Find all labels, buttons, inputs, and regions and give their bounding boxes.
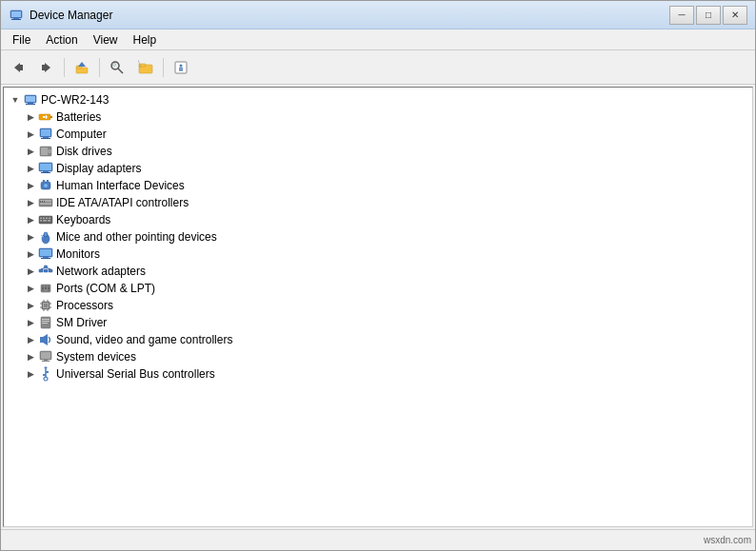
svg-rect-7 (42, 65, 45, 70)
tree-row-computer[interactable]: ▶ Computer (4, 126, 752, 143)
expander-display[interactable]: ▶ (23, 161, 38, 176)
svg-rect-73 (45, 266, 48, 267)
svg-marker-10 (78, 62, 86, 67)
sm-label: SM Driver (56, 316, 107, 329)
expander-computer[interactable]: ▶ (23, 127, 38, 142)
tree-row-mice[interactable]: ▶ Mice and other pointing devices (4, 228, 752, 246)
expander-monitors[interactable]: ▶ (23, 246, 38, 262)
menu-help[interactable]: Help (126, 30, 165, 49)
processors-label: Processors (56, 299, 113, 312)
forward-button[interactable] (33, 55, 60, 80)
network-icon (38, 264, 53, 279)
minimize-button[interactable]: ─ (669, 6, 694, 25)
tree-row-hid[interactable]: ▶ Human Interface Devices (4, 177, 752, 194)
svg-rect-57 (40, 220, 42, 222)
tree-row-keyboards[interactable]: ▶ (4, 211, 752, 228)
close-button[interactable]: ✕ (723, 6, 747, 25)
menu-file[interactable]: File (5, 30, 38, 49)
sound-icon (38, 332, 53, 347)
tree-row-sm[interactable]: ▶ SM Driver (4, 314, 752, 331)
title-bar-buttons: ─ □ ✕ (669, 6, 747, 25)
sm-icon (38, 315, 53, 330)
svg-point-18 (180, 64, 183, 67)
expander-ide[interactable]: ▶ (23, 195, 38, 210)
expander-usb[interactable]: ▶ (23, 366, 38, 382)
maximize-button[interactable]: □ (696, 6, 721, 25)
display-icon (38, 161, 53, 176)
back-button[interactable] (5, 55, 31, 80)
svg-point-82 (48, 289, 49, 290)
menu-action[interactable]: Action (38, 30, 85, 49)
expander-processors[interactable]: ▶ (23, 298, 38, 313)
tree-row-network[interactable]: ▶ Network adapters (4, 263, 752, 280)
svg-marker-107 (44, 366, 48, 368)
svg-rect-31 (41, 129, 50, 136)
tree-view: ▼ PC-WR2-143 (4, 88, 752, 526)
tree-row-usb[interactable]: ▶ Universal Serial Bus controllers (4, 365, 752, 383)
menu-bar: File Action View Help (1, 30, 755, 50)
title-text: Device Manager (30, 9, 112, 22)
tree-row-ide[interactable]: ▶ IDE ATA/ATAPI controllers (4, 194, 752, 211)
device-manager-window: Device Manager ─ □ ✕ File Action View He… (0, 0, 756, 551)
root-label: PC-WR2-143 (41, 93, 109, 107)
keyboards-icon (38, 212, 53, 227)
expander-sm[interactable]: ▶ (23, 315, 38, 330)
tree-row-batteries[interactable]: ▶ Batteries (4, 108, 752, 126)
expander-ports[interactable]: ▶ (23, 281, 38, 296)
network-label: Network adapters (56, 265, 146, 278)
svg-point-79 (45, 285, 46, 286)
computer-label: Computer (56, 128, 107, 141)
svg-rect-106 (46, 371, 49, 373)
svg-rect-2 (11, 19, 21, 20)
svg-rect-24 (26, 96, 35, 102)
tree-row-root[interactable]: ▼ PC-WR2-143 (4, 91, 752, 108)
expander-network[interactable]: ▶ (23, 264, 38, 279)
svg-rect-85 (44, 304, 48, 307)
svg-rect-96 (42, 321, 50, 322)
svg-rect-54 (43, 218, 45, 220)
up-button[interactable] (69, 55, 95, 80)
svg-rect-29 (45, 117, 48, 118)
svg-rect-68 (39, 269, 43, 272)
menu-view[interactable]: View (86, 30, 126, 49)
tree-row-ports[interactable]: ▶ (4, 280, 752, 297)
svg-rect-69 (44, 269, 48, 272)
display-label: Display adapters (56, 162, 141, 175)
svg-rect-103 (44, 360, 48, 362)
tree-node-root: ▼ PC-WR2-143 (4, 91, 752, 383)
tree-children: ▶ Batteries (4, 108, 752, 383)
tree-row-disk[interactable]: ▶ Disk drives (4, 143, 752, 160)
tree-row-processors[interactable]: ▶ (4, 297, 752, 314)
ports-label: Ports (COM & LPT) (56, 282, 155, 295)
processors-icon (38, 298, 53, 313)
expander-batteries[interactable]: ▶ (23, 109, 38, 125)
folders-button[interactable] (132, 55, 159, 80)
expander-disk[interactable]: ▶ (23, 144, 38, 159)
expander-mice[interactable]: ▶ (23, 229, 38, 245)
mice-label: Mice and other pointing devices (56, 230, 217, 244)
expander-sysdev[interactable]: ▶ (23, 349, 38, 364)
expander-hid[interactable]: ▶ (23, 178, 38, 193)
root-icon (23, 92, 38, 108)
disk-icon (38, 144, 53, 159)
expander-keyboards[interactable]: ▶ (23, 212, 38, 227)
search-button[interactable] (104, 55, 130, 80)
svg-rect-43 (43, 180, 45, 183)
tree-row-monitors[interactable]: ▶ Monitors (4, 246, 752, 263)
svg-rect-58 (43, 220, 47, 222)
tree-row-sound[interactable]: ▶ Sound, video and game controllers (4, 331, 752, 348)
svg-rect-105 (43, 374, 46, 376)
status-bar: wsxdn.com (1, 529, 755, 550)
svg-rect-5 (20, 65, 23, 70)
svg-point-77 (48, 287, 50, 289)
expander-root[interactable]: ▼ (8, 92, 23, 108)
ide-label: IDE ATA/ATAPI controllers (56, 196, 189, 209)
toolbar (1, 50, 755, 85)
properties-button[interactable] (168, 55, 194, 80)
tree-row-sysdev[interactable]: ▶ System devices (4, 348, 752, 365)
expander-sound[interactable]: ▶ (23, 332, 38, 347)
monitors-icon (38, 246, 53, 262)
tree-row-display[interactable]: ▶ Display adapters (4, 160, 752, 177)
svg-point-45 (44, 184, 48, 187)
main-content[interactable]: ▼ PC-WR2-143 (3, 87, 753, 527)
